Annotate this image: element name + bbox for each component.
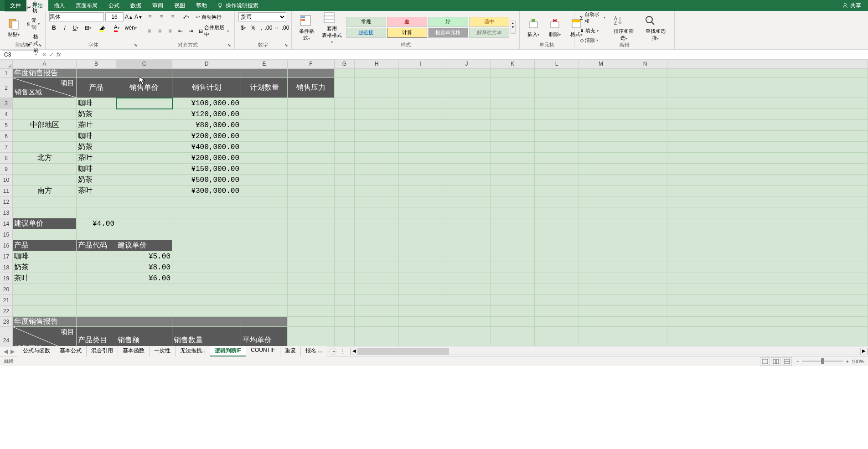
cell-G2[interactable] <box>335 78 355 98</box>
cell-D10[interactable]: ¥500,000.00 <box>172 175 241 186</box>
col-header-L[interactable]: L <box>535 60 579 69</box>
cell-M14[interactable] <box>579 218 623 229</box>
insert-cells-button[interactable]: 插入▾ <box>523 15 543 39</box>
cell-M22[interactable] <box>579 306 623 317</box>
cell-J7[interactable] <box>443 142 491 153</box>
cell-D20[interactable] <box>172 284 241 295</box>
cell-filler[interactable] <box>667 207 868 218</box>
cell-H21[interactable] <box>355 295 399 306</box>
cell-filler[interactable] <box>667 284 868 295</box>
fill-button[interactable]: ⬇填充▾ <box>578 26 607 35</box>
phonetic-button[interactable]: wén▾ <box>124 23 137 32</box>
cell-K11[interactable] <box>491 186 535 196</box>
cell-D8[interactable]: ¥200,000.00 <box>172 153 241 164</box>
find-select-button[interactable]: 查找和选择▾ <box>640 12 671 42</box>
zoom-in-button[interactable]: + <box>846 359 848 364</box>
cell-L9[interactable] <box>535 164 579 175</box>
cell-E18[interactable] <box>241 262 288 273</box>
col-header-G[interactable]: G <box>335 60 355 69</box>
cell-M17[interactable] <box>579 251 623 262</box>
align-dialog-launcher[interactable]: ⬊ <box>227 43 233 48</box>
cut-button[interactable]: ✂剪切 <box>25 0 41 15</box>
cell-I3[interactable] <box>399 98 443 109</box>
cell-A20[interactable] <box>13 284 77 295</box>
cell-J10[interactable] <box>443 175 491 186</box>
accounting-format-button[interactable]: $▾ <box>238 23 248 32</box>
cell-filler[interactable] <box>667 153 868 164</box>
cell-K15[interactable] <box>491 229 535 240</box>
cell-E10[interactable] <box>241 175 288 186</box>
cell-F20[interactable] <box>288 284 335 295</box>
cancel-formula-button[interactable]: ✕ <box>42 52 46 58</box>
delete-cells-button[interactable]: 删除▾ <box>545 15 565 39</box>
cell-K17[interactable] <box>491 251 535 262</box>
cell-filler[interactable] <box>667 251 868 262</box>
cell-N11[interactable] <box>623 186 667 196</box>
cell-G22[interactable] <box>335 306 355 317</box>
cell-A2[interactable]: 项目销售区域 <box>13 78 77 98</box>
cell-E16[interactable] <box>241 240 288 251</box>
cell-G24[interactable] <box>335 327 355 346</box>
cell-F15[interactable] <box>288 229 335 240</box>
cell-H3[interactable] <box>355 98 399 109</box>
cell-B2[interactable]: 产品 <box>77 78 116 98</box>
cell-L22[interactable] <box>535 306 579 317</box>
cell-G5[interactable] <box>335 120 355 131</box>
cell-D6[interactable]: ¥200,000.00 <box>172 131 241 142</box>
cell-F14[interactable] <box>288 218 335 229</box>
row-header-15[interactable]: 15 <box>0 229 13 240</box>
cell-D18[interactable] <box>172 262 241 273</box>
cell-I15[interactable] <box>399 229 443 240</box>
col-header-M[interactable]: M <box>579 60 623 69</box>
cell-B8[interactable]: 茶叶 <box>77 153 116 164</box>
cell-G17[interactable] <box>335 251 355 262</box>
cell-F10[interactable] <box>288 175 335 186</box>
cell-L16[interactable] <box>535 240 579 251</box>
cell-N12[interactable] <box>623 196 667 207</box>
zoom-slider[interactable] <box>802 361 843 362</box>
cell-E5[interactable] <box>241 120 288 131</box>
row-header-4[interactable]: 4 <box>0 109 13 120</box>
cell-A9[interactable] <box>13 164 77 175</box>
view-normal-button[interactable] <box>760 357 770 366</box>
row-header-13[interactable]: 13 <box>0 207 13 218</box>
row-header-2[interactable]: 2 <box>0 78 13 98</box>
cell-G10[interactable] <box>335 175 355 186</box>
cell-J5[interactable] <box>443 120 491 131</box>
cell-M4[interactable] <box>579 109 623 120</box>
cell-C3[interactable] <box>116 98 172 109</box>
tab-data[interactable]: 数据 <box>125 0 147 11</box>
cell-D22[interactable] <box>172 306 241 317</box>
tab-help[interactable]: 帮助 <box>191 0 212 11</box>
view-page-break-button[interactable] <box>782 357 792 366</box>
cell-F8[interactable] <box>288 153 335 164</box>
col-header-H[interactable]: H <box>355 60 399 69</box>
cell-N6[interactable] <box>623 131 667 142</box>
row-header-24[interactable]: 24 <box>0 327 13 346</box>
cell-I6[interactable] <box>399 131 443 142</box>
cell-H2[interactable] <box>355 78 399 98</box>
cell-F22[interactable] <box>288 306 335 317</box>
cell-filler[interactable] <box>667 98 868 109</box>
cell-B12[interactable] <box>77 196 116 207</box>
cell-C16[interactable]: 建议单价 <box>116 240 172 251</box>
cell-I19[interactable] <box>399 273 443 284</box>
sheet-tab-5[interactable]: 无法拖拽.. <box>176 346 210 356</box>
cell-E6[interactable] <box>241 131 288 142</box>
cell-F13[interactable] <box>288 207 335 218</box>
comma-button[interactable]: , <box>258 23 265 32</box>
cell-filler[interactable] <box>667 262 868 273</box>
orientation-button[interactable]: ⤢▾ <box>179 12 193 21</box>
align-middle-button[interactable]: ≡ <box>156 12 166 21</box>
row-header-19[interactable]: 19 <box>0 273 13 284</box>
cell-M1[interactable] <box>579 69 623 78</box>
cell-F12[interactable] <box>288 196 335 207</box>
cell-H14[interactable] <box>355 218 399 229</box>
align-right-button[interactable]: ≡ <box>165 26 175 36</box>
cell-K4[interactable] <box>491 109 535 120</box>
cell-E13[interactable] <box>241 207 288 218</box>
fill-color-button[interactable]: ◢▾ <box>96 23 108 32</box>
cell-C18[interactable]: ¥8.00 <box>116 262 172 273</box>
style-calculation[interactable]: 计算 <box>387 28 427 38</box>
cell-I4[interactable] <box>399 109 443 120</box>
